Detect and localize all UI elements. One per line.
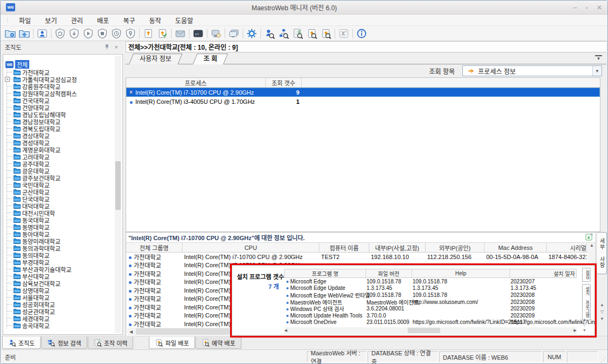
popup-column-header[interactable]: 설치 일자 — [510, 269, 577, 277]
tree-item[interactable]: 부산대학교 — [3, 273, 122, 280]
detail-column-header[interactable]: Mac Address — [485, 243, 547, 252]
tree-item[interactable]: 광주보건대학교 — [3, 174, 122, 181]
shield-key-icon[interactable] — [123, 27, 138, 40]
tree-item[interactable]: 부산과학기술대학교 — [3, 266, 122, 273]
tree-item[interactable]: 삼육보건대학교 — [3, 280, 122, 287]
user-card-icon[interactable] — [35, 27, 49, 40]
excel-export-icon[interactable]: X — [337, 27, 351, 40]
excel-export-icon[interactable]: X — [585, 233, 593, 242]
file-check-search-icon[interactable] — [319, 27, 333, 40]
menu-item[interactable]: 동작 — [142, 16, 168, 26]
tree-item[interactable]: 대전시민대학 — [3, 209, 122, 216]
tree-item[interactable]: 상명대학교 — [3, 287, 122, 294]
process-column-header[interactable]: 프로세스 — [126, 78, 266, 87]
mail-icon[interactable] — [173, 27, 187, 40]
program-row[interactable]: Microsoft OneDrive23.011.0115.0009https:… — [284, 319, 577, 326]
shield-clock-icon[interactable] — [109, 27, 123, 40]
org-search-icon[interactable] — [277, 27, 291, 40]
tree-item[interactable]: 동양미래대학교 — [3, 237, 122, 244]
tree-item[interactable]: 고려대학교 — [3, 153, 122, 160]
close-panel-icon[interactable]: × — [112, 44, 121, 50]
tree-item[interactable]: 강원대학교삼척캠퍼스 — [3, 90, 122, 97]
folder-settings-icon[interactable] — [3, 27, 17, 40]
process-row[interactable]: Intel(R) Core(TM) i3-4005U CPU @ 1.70GHz… — [126, 97, 600, 106]
detail-column-header[interactable]: CPU — [182, 243, 319, 252]
info-icon[interactable] — [355, 27, 369, 40]
tree-item[interactable]: 경북도립대학교 — [3, 125, 122, 132]
file-upload-check-icon[interactable] — [155, 27, 169, 40]
tree-item[interactable]: 동명대학교 — [3, 223, 122, 230]
shield-sync-icon[interactable] — [53, 27, 67, 40]
tree-item[interactable]: 국민대학교 — [3, 181, 122, 188]
restore-button[interactable]: ▫ — [586, 4, 588, 11]
folder-move-icon[interactable] — [17, 27, 31, 40]
tree-item[interactable]: 계명문화대학교 — [3, 146, 122, 153]
tree-item[interactable]: 대덕대학교 — [3, 202, 122, 209]
resize-grip[interactable] — [599, 350, 607, 363]
shield-stop-icon[interactable] — [95, 27, 109, 40]
tree-item[interactable]: 성공회대학교 — [3, 301, 122, 308]
detail-row[interactable]: 가천대학교Intel(R) Core(TM) i7-10700 CPU @ 2.… — [126, 253, 596, 261]
side-tab-scroll-arrows[interactable]: ▲▽▼ — [599, 301, 605, 322]
tree-item[interactable]: 경남도립남해대학 — [3, 111, 122, 118]
monitors-icon[interactable] — [227, 27, 241, 40]
menu-item[interactable]: 도움말 — [168, 16, 200, 26]
popup-tab-scroll-arrows[interactable]: ▲▽▼ — [583, 317, 586, 333]
tree-item[interactable]: 동아대학교 — [3, 230, 122, 237]
process-column-header[interactable]: 조회 갯수 — [266, 78, 302, 87]
program-row[interactable]: Microsoft Update Health Tools3.70.0.0202… — [284, 312, 577, 319]
console-icon[interactable]: c:\ — [191, 27, 205, 40]
detail-column-header[interactable]: 시리얼 — [547, 243, 587, 252]
close-button[interactable]: ✕ — [597, 4, 602, 11]
tree-item[interactable]: 광운대학교 — [3, 167, 122, 174]
bottom-tab[interactable]: 파일 배포 — [149, 336, 195, 349]
menu-item[interactable]: 배포 — [90, 16, 116, 26]
shield-play-icon[interactable] — [81, 27, 95, 40]
tree-item[interactable]: 동국대학교 — [3, 216, 122, 223]
detail-column-header[interactable]: 내부IP(사설,고정) — [369, 243, 426, 252]
dropdown-arrow-icon[interactable]: ▼ — [592, 66, 602, 76]
tree-item[interactable]: 동의대학교 — [3, 252, 122, 259]
tree-item[interactable]: 경성대학교 — [3, 139, 122, 146]
menu-item[interactable]: 보기 — [38, 16, 64, 26]
tree-item[interactable]: 군산대학교 — [3, 188, 122, 195]
bottom-tab[interactable]: 정보 검색 — [41, 336, 87, 349]
popup-column-header[interactable]: Help — [412, 269, 510, 277]
tree-item[interactable]: 경상대학교 — [3, 132, 122, 139]
tab-query[interactable]: 조 회 — [195, 54, 226, 64]
tree-item[interactable]: 성균관대학교 — [3, 308, 122, 315]
tree-item[interactable]: 세경대학교 — [3, 315, 122, 322]
program-row[interactable]: Windows PC 상태 검사3.6.2204.0800120230209 — [284, 305, 577, 312]
menu-item[interactable]: 파일 — [12, 16, 38, 26]
popup-column-header[interactable]: 파일 버전 — [366, 269, 412, 277]
popup-side-tab[interactable]: 점검 — [582, 268, 591, 282]
file-upload-icon[interactable] — [141, 27, 155, 40]
detail-column-header[interactable]: 컴퓨터 이름 — [319, 243, 369, 252]
menu-item[interactable]: 관리 — [64, 16, 90, 26]
user-search-icon[interactable] — [263, 27, 277, 40]
tree-scrollbar[interactable] — [115, 56, 121, 333]
popup-side-tab[interactable]: 설치 프로그램 — [582, 284, 591, 320]
program-row[interactable]: Microsoft Edge109.0.1518.78109.0.1518.78… — [284, 278, 577, 285]
tree-item[interactable]: 공주대학교 — [3, 160, 122, 167]
expand-icon[interactable]: + — [5, 77, 10, 82]
bottom-tab[interactable]: 조작 이력 — [88, 336, 134, 349]
checklist-search-icon[interactable] — [291, 27, 305, 40]
popup-column-header[interactable]: 프로그램 명 — [285, 269, 366, 277]
process-row[interactable]: ×Intel(R) Core(TM) i7-10700 CPU @ 2.90GH… — [126, 88, 600, 97]
tree-item[interactable]: 건국대학교 — [3, 97, 122, 104]
tree-item[interactable]: 단국대학교 — [3, 195, 122, 202]
bottom-tab[interactable]: 조직도 — [2, 336, 41, 349]
tree-item[interactable]: 송곡대학교 — [3, 322, 122, 329]
side-tab-detail[interactable]: 세부 사항 — [597, 232, 607, 274]
tree-item[interactable]: 동의과학대학교 — [3, 244, 122, 252]
query-item-dropdown[interactable]: ➔ 프로세스 정보 ▼ — [462, 65, 602, 76]
tree-root[interactable]: W6 전체 — [3, 61, 122, 68]
menu-item[interactable]: 복구 — [116, 16, 142, 26]
popup-horizontal-scrollbar[interactable]: ◀▶ — [284, 327, 577, 334]
tab-user-info[interactable]: 사용자 정보 — [131, 54, 180, 64]
remote-monitor-icon[interactable] — [209, 27, 223, 40]
minimize-button[interactable]: – — [573, 4, 577, 11]
tree-item[interactable]: 서울대학교 — [3, 294, 122, 301]
column-filter-icon[interactable]: ▼ — [595, 55, 602, 61]
